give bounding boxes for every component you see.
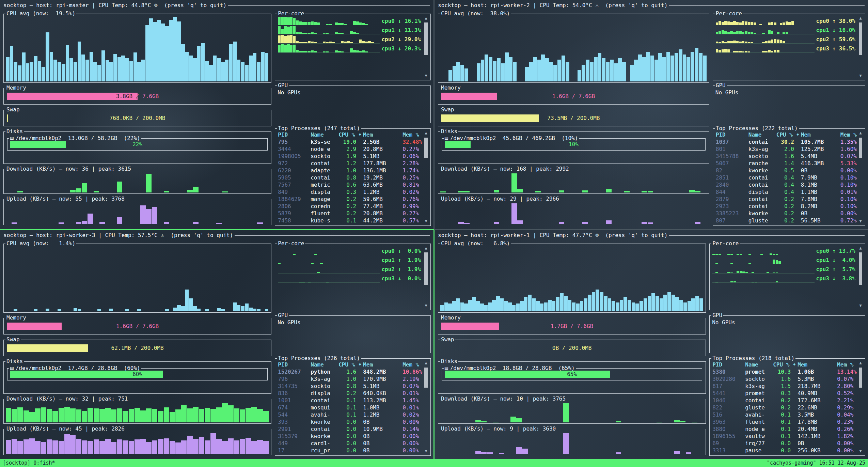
- process-row[interactable]: 5905contai0.819.2MB0.25%: [277, 174, 430, 181]
- socktop-pane[interactable]: socktop — host: rpi-master | CPU Temp: 4…: [0, 0, 433, 229]
- process-row[interactable]: 3880node_e0.120.4MB0.26%: [711, 425, 864, 433]
- process-row[interactable]: 844displa0.41.1MB0.01%: [714, 188, 864, 196]
- process-row[interactable]: 1046contai0.2172.6MB2.21%: [711, 397, 864, 404]
- process-column-header[interactable]: Mem: [363, 131, 401, 138]
- process-row[interactable]: 1884629manage0.259.6MB0.76%: [277, 196, 430, 203]
- process-row[interactable]: 1998005sockto1.95.1MB0.06%: [277, 153, 430, 160]
- scroll-track[interactable]: [424, 250, 428, 303]
- per-core-scrollbar[interactable]: ▲ ▼: [423, 246, 429, 308]
- scroll-down-icon[interactable]: ▼: [859, 449, 862, 453]
- scroll-track[interactable]: [424, 135, 428, 219]
- process-row[interactable]: 2806coredn0.277.4MB0.99%: [277, 203, 430, 210]
- process-row[interactable]: 2879contai0.27.8MB0.10%: [714, 196, 864, 203]
- process-row[interactable]: 1896155vaultw0.1142.1MB1.82%: [711, 433, 864, 440]
- process-row[interactable]: 69irq/270.00B0.00%: [711, 440, 864, 447]
- process-row[interactable]: 3963fluent0.117.8MB0.23%: [711, 418, 864, 425]
- scroll-down-icon[interactable]: ▼: [425, 73, 427, 78]
- process-column-header[interactable]: PID: [278, 131, 309, 138]
- scroll-thumb[interactable]: [424, 252, 428, 285]
- process-row[interactable]: 3385223kworke0.20B0.00%: [714, 210, 864, 217]
- process-row[interactable]: 5441promet0.340.9MB0.52%: [711, 390, 864, 397]
- process-row[interactable]: 393kworke0.00B0.00%: [277, 418, 430, 425]
- scroll-down-icon[interactable]: ▼: [425, 219, 427, 223]
- process-column-header[interactable]: CPU % •: [776, 131, 800, 138]
- process-column-header[interactable]: Mem %: [837, 361, 857, 368]
- process-row[interactable]: 17rcu_pr0.00B0.00%: [277, 447, 430, 454]
- process-column-header[interactable]: CPU % •: [338, 131, 362, 138]
- process-column-header[interactable]: CPU % •: [338, 361, 362, 368]
- process-column-header[interactable]: Mem %: [840, 131, 857, 138]
- process-row[interactable]: 3313pause0.0256.0KB0.00%: [711, 447, 864, 454]
- process-column-header[interactable]: Name: [311, 361, 337, 368]
- process-row[interactable]: 2851contai0.47.9MB0.10%: [714, 174, 864, 181]
- scroll-track[interactable]: [859, 250, 862, 303]
- process-row[interactable]: 7458kube-s0.144.2MB0.57%: [277, 217, 430, 224]
- scroll-thumb[interactable]: [859, 22, 862, 55]
- process-row[interactable]: 674mosqui0.11.0MB0.01%: [277, 404, 430, 411]
- process-row[interactable]: 2991contai0.010.9MB0.14%: [277, 425, 430, 433]
- process-row[interactable]: 3444node_e2.920.8MB0.27%: [277, 145, 430, 153]
- socktop-pane[interactable]: socktop — host: rpi-worker-1 | CPU Temp:…: [435, 230, 868, 459]
- process-column-header[interactable]: Name: [745, 361, 772, 368]
- per-core-scrollbar[interactable]: ▲ ▼: [423, 16, 429, 78]
- process-column-header[interactable]: Mem: [801, 131, 839, 138]
- scroll-thumb[interactable]: [424, 138, 428, 158]
- scroll-track[interactable]: [424, 20, 428, 73]
- process-row[interactable]: 5879fluent0.220.8MB0.27%: [277, 210, 430, 217]
- process-row[interactable]: 972contai1.2177.8MB2.28%: [277, 160, 430, 167]
- process-row[interactable]: 449card1-0.00B0.00%: [277, 440, 430, 447]
- process-row[interactable]: 801k3s-ag2.0125.2MB1.60%: [714, 145, 864, 153]
- process-column-header[interactable]: Name: [748, 131, 775, 138]
- socktop-pane[interactable]: socktop — host: rpi-worker-3 | CPU Temp:…: [0, 230, 433, 459]
- scroll-track[interactable]: [859, 20, 862, 73]
- process-row[interactable]: 795k3s-se19.02.5GB32.48%: [277, 138, 430, 145]
- process-row[interactable]: 1520267python1.6848.2MB10.86%: [277, 368, 430, 375]
- process-scrollbar[interactable]: ▲ ▼: [423, 130, 429, 223]
- scroll-thumb[interactable]: [424, 22, 428, 55]
- process-row[interactable]: 315379kworke0.00B0.00%: [277, 433, 430, 440]
- scroll-thumb[interactable]: [859, 368, 862, 388]
- scroll-track[interactable]: [859, 135, 862, 219]
- process-row[interactable]: 7567metric0.663.6MB0.81%: [277, 181, 430, 188]
- scroll-track[interactable]: [859, 365, 862, 449]
- scroll-down-icon[interactable]: ▼: [859, 303, 862, 308]
- process-row[interactable]: 817k3s-ag1.5218.7MB2.80%: [711, 383, 864, 390]
- per-core-scrollbar[interactable]: ▲ ▼: [858, 246, 863, 308]
- scroll-down-icon[interactable]: ▼: [425, 449, 427, 453]
- pane-divider-horizontal[interactable]: [0, 229, 868, 230]
- process-row[interactable]: 3029280sockto1.65.3MB0.07%: [711, 375, 864, 383]
- socktop-pane[interactable]: socktop — host: rpi-worker-2 | CPU Temp:…: [435, 0, 868, 229]
- process-row[interactable]: 5380promet10.31.0GB13.14%: [711, 368, 864, 375]
- process-column-header[interactable]: Name: [311, 131, 337, 138]
- process-row[interactable]: 2840contai0.48.1MB0.10%: [714, 181, 864, 188]
- process-column-header[interactable]: Mem: [798, 361, 836, 368]
- status-window-item[interactable]: [socktop] 0:fish*: [3, 460, 55, 466]
- process-column-header[interactable]: PID: [716, 131, 747, 138]
- process-row[interactable]: 3415788sockto1.65.4MB0.07%: [714, 153, 864, 160]
- process-row[interactable]: 314735sockto0.85.1MB0.07%: [277, 383, 430, 390]
- process-row[interactable]: 544avahi-0.11.2MB0.02%: [277, 411, 430, 418]
- scroll-down-icon[interactable]: ▼: [425, 303, 427, 308]
- process-row[interactable]: 6220adapte1.0136.1MB1.74%: [277, 167, 430, 174]
- process-column-header[interactable]: Mem %: [403, 361, 422, 368]
- process-scrollbar[interactable]: ▲ ▼: [858, 130, 863, 223]
- process-row[interactable]: 516avahi-0.13.5MB0.04%: [711, 411, 864, 418]
- scroll-down-icon[interactable]: ▼: [859, 219, 862, 223]
- process-column-header[interactable]: PID: [712, 361, 744, 368]
- process-column-header[interactable]: PID: [278, 361, 309, 368]
- process-row[interactable]: 2923contai0.28.2MB0.10%: [714, 203, 864, 210]
- process-scrollbar[interactable]: ▲ ▼: [423, 360, 429, 453]
- scroll-thumb[interactable]: [859, 252, 862, 285]
- per-core-scrollbar[interactable]: ▲ ▼: [858, 16, 863, 78]
- process-row[interactable]: 1001contai0.1113.2MB1.45%: [277, 397, 430, 404]
- process-row[interactable]: 796k3s-ag1.0170.9MB2.19%: [277, 375, 430, 383]
- scroll-track[interactable]: [424, 365, 428, 449]
- process-column-header[interactable]: CPU % •: [773, 361, 796, 368]
- process-column-header[interactable]: Mem: [363, 361, 401, 368]
- process-row[interactable]: 849displa0.31.2MB0.02%: [277, 188, 430, 196]
- process-row[interactable]: 807gluste0.256.5MB0.72%: [714, 217, 864, 224]
- process-row[interactable]: 82kworke0.50B0.00%: [714, 167, 864, 174]
- process-row[interactable]: 1037contai30.2105.7MB1.35%: [714, 138, 864, 145]
- scroll-thumb[interactable]: [424, 368, 428, 388]
- scroll-down-icon[interactable]: ▼: [859, 73, 862, 78]
